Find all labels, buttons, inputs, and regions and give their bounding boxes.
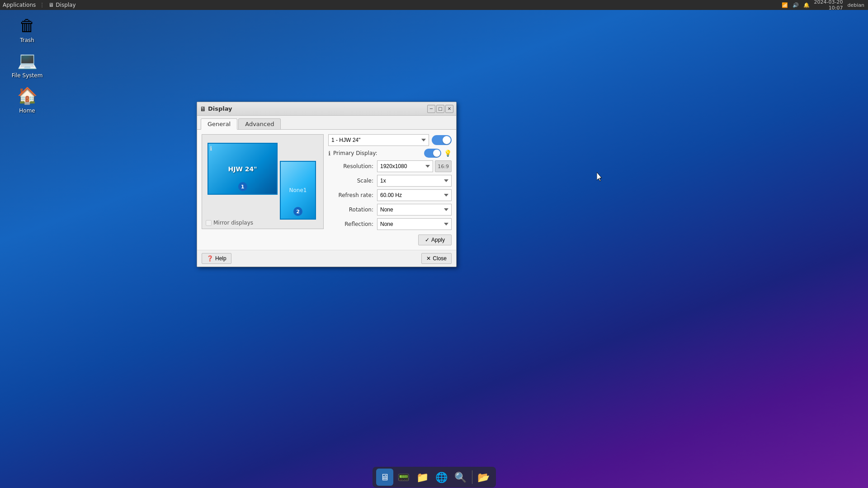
titlebar-buttons: − □ ✕ xyxy=(427,105,453,113)
tab-general[interactable]: General xyxy=(201,118,237,130)
taskbar-top-left: Applications ⋮ 🖥 Display xyxy=(0,2,76,8)
trash-icon: 🗑 xyxy=(16,14,38,36)
notification-icon: 🔔 xyxy=(803,2,810,8)
reflection-select-group: None xyxy=(377,218,452,230)
resolution-select-group: 868x488 16:9 xyxy=(377,160,452,172)
reflection-select[interactable]: None xyxy=(377,218,452,230)
applications-menu[interactable]: Applications xyxy=(3,2,36,8)
taskbar-separator-top: ⋮ xyxy=(39,2,45,8)
close-button[interactable]: ✕ Close xyxy=(421,253,452,264)
primary-toggle-knob xyxy=(433,150,440,157)
dialog-tabs: General Advanced xyxy=(197,116,456,130)
reflection-label: Reflection: xyxy=(328,221,373,227)
refresh-rate-row: Refresh rate: 60.00 Hz xyxy=(328,189,452,201)
home-icon-desktop[interactable]: 🏠 Home xyxy=(9,85,45,114)
minimize-button[interactable]: − xyxy=(427,105,435,113)
display-app-entry[interactable]: 🖥 Display xyxy=(48,2,75,8)
dialog-footer: ❓ Help ✕ Close xyxy=(197,250,456,267)
refresh-rate-select-group: 60.00 Hz xyxy=(377,189,452,201)
monitor-preview: ℹ HJW 24" 1 None1 2 Mirror displays xyxy=(202,134,324,229)
help-button[interactable]: ❓ Help xyxy=(202,253,231,264)
monitor1-info-icon: ℹ xyxy=(210,145,212,152)
rotation-row: Rotation: None xyxy=(328,204,452,216)
rotation-label: Rotation: xyxy=(328,206,373,213)
tab-advanced[interactable]: Advanced xyxy=(238,118,281,129)
scale-select[interactable]: 1x xyxy=(377,175,452,187)
primary-display-row: ℹ Primary Display: 💡 xyxy=(328,149,452,158)
reflection-row: Reflection: None xyxy=(328,218,452,230)
rotation-select-group: None xyxy=(377,204,452,216)
apply-button[interactable]: ✓ Apply xyxy=(418,235,452,245)
monitor-enable-toggle[interactable] xyxy=(432,135,452,145)
trash-label: Trash xyxy=(20,37,34,43)
volume-icon: 🔊 xyxy=(793,2,799,8)
maximize-button[interactable]: □ xyxy=(436,105,444,113)
monitor1-label: HJW 24" xyxy=(228,165,257,173)
files-taskbar-btn[interactable]: 📁 xyxy=(414,469,431,486)
dialog-body: ℹ HJW 24" 1 None1 2 Mirror displays xyxy=(197,130,456,250)
hostname-display: debian xyxy=(847,2,864,8)
resolution-row: Resolution: 868x488 16:9 xyxy=(328,160,452,172)
monitor2-badge: 2 xyxy=(293,207,302,216)
mirror-checkbox-row: Mirror displays xyxy=(206,220,253,226)
monitor-select-row: 1 - HJW 24" 2 - None1 xyxy=(328,134,452,146)
browser-taskbar-btn[interactable]: 🌐 xyxy=(433,469,450,486)
apply-label: Apply xyxy=(431,237,445,243)
folder-taskbar-btn[interactable]: 📂 xyxy=(475,469,492,486)
monitor2-display[interactable]: None1 2 xyxy=(280,161,316,220)
light-bulb-icon[interactable]: 💡 xyxy=(444,150,452,157)
scale-row: Scale: 1x xyxy=(328,175,452,187)
mirror-displays-label: Mirror displays xyxy=(213,220,253,226)
taskbar-inner: 🖥 📟 📁 🌐 🔍 📂 xyxy=(373,467,496,488)
search-taskbar-btn[interactable]: 🔍 xyxy=(452,469,469,486)
scale-label: Scale: xyxy=(328,178,373,184)
resolution-select[interactable]: 868x488 xyxy=(377,160,433,172)
dialog-title-text: Display xyxy=(208,105,232,112)
datetime-display: 2024-03-20 10:07 xyxy=(814,0,843,11)
trash-icon-desktop[interactable]: 🗑 Trash xyxy=(9,14,45,43)
display-app-label: Display xyxy=(56,2,75,8)
scale-select-group: 1x xyxy=(377,175,452,187)
desktop-taskbar-icon: 🖥 xyxy=(380,472,389,483)
close-icon: ✕ xyxy=(426,255,431,262)
display-dialog: 🖥 Display − □ ✕ General Advanced ℹ HJW 2… xyxy=(197,102,457,267)
monitor2-label: None1 xyxy=(289,187,307,193)
taskbar-separator xyxy=(472,470,472,484)
terminal-taskbar-btn[interactable]: 📟 xyxy=(395,469,412,486)
monitor1-display[interactable]: ℹ HJW 24" 1 xyxy=(208,143,278,195)
taskbar-top-right: 📶 🔊 🔔 2024-03-20 10:07 debian xyxy=(782,0,868,11)
display-app-icon: 🖥 xyxy=(48,2,54,8)
mirror-displays-checkbox[interactable] xyxy=(206,220,212,226)
filesystem-icon-desktop[interactable]: 💻 File System xyxy=(9,50,45,79)
search-taskbar-icon: 🔍 xyxy=(454,472,467,483)
refresh-rate-label: Refresh rate: xyxy=(328,192,373,198)
taskbar-bottom: 🖥 📟 📁 🌐 🔍 📂 xyxy=(0,466,868,488)
toggle-knob xyxy=(443,136,451,144)
folder-taskbar-icon: 📂 xyxy=(477,472,490,483)
monitor-display-area: ℹ HJW 24" 1 None1 2 xyxy=(208,143,318,222)
desktop-taskbar-btn[interactable]: 🖥 xyxy=(376,469,393,486)
filesystem-icon: 💻 xyxy=(16,50,38,71)
close-title-button[interactable]: ✕ xyxy=(445,105,453,113)
help-label: Help xyxy=(215,255,226,262)
aspect-badge: 16:9 xyxy=(435,160,452,172)
close-label: Close xyxy=(433,255,447,262)
filesystem-label: File System xyxy=(12,72,43,79)
apply-checkmark-icon: ✓ xyxy=(425,237,429,243)
right-panel: 1 - HJW 24" 2 - None1 ℹ Primary Display:… xyxy=(328,134,452,245)
taskbar-top: Applications ⋮ 🖥 Display 📶 🔊 🔔 2024-03-2… xyxy=(0,0,868,10)
help-icon: ❓ xyxy=(207,255,213,262)
dialog-title-icon: 🖥 xyxy=(200,105,206,113)
primary-display-toggle[interactable] xyxy=(424,149,441,158)
monitor-select-dropdown[interactable]: 1 - HJW 24" 2 - None1 xyxy=(328,134,429,146)
resolution-label: Resolution: xyxy=(328,163,373,169)
browser-taskbar-icon: 🌐 xyxy=(435,472,448,483)
home-icon: 🏠 xyxy=(16,85,38,107)
rotation-select[interactable]: None xyxy=(377,204,452,216)
files-taskbar-icon: 📁 xyxy=(416,472,429,483)
home-label: Home xyxy=(19,108,35,114)
titlebar-left: 🖥 Display xyxy=(200,105,232,113)
mouse-cursor xyxy=(597,172,603,181)
refresh-rate-select[interactable]: 60.00 Hz xyxy=(377,189,452,201)
terminal-taskbar-icon: 📟 xyxy=(397,472,410,483)
